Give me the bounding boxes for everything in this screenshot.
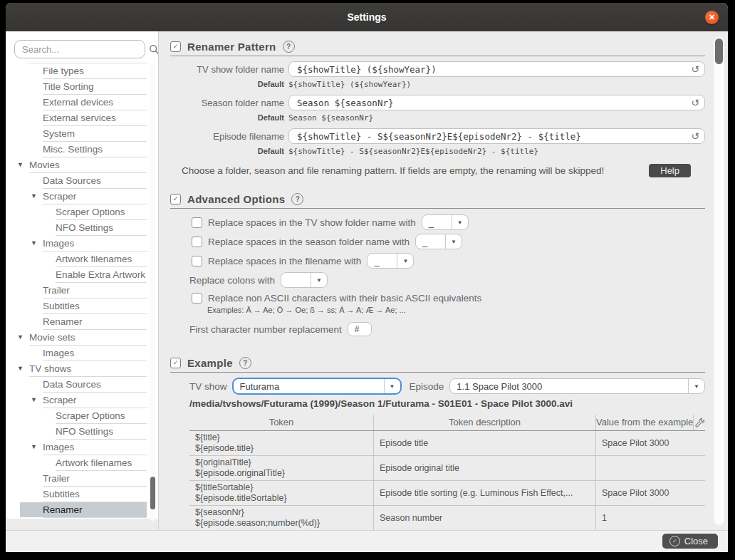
main-scrollbar[interactable] — [714, 37, 724, 525]
sidebar-item-title-sorting[interactable]: Title Sorting — [43, 79, 147, 95]
sidebar-item-scraper[interactable]: ▼Scraper — [43, 393, 147, 408]
section-collapse-checkbox-icon[interactable]: ✓ — [170, 41, 181, 52]
season-folder-name-field[interactable]: ↺ — [288, 95, 705, 110]
sidebar-item-nfo-settings[interactable]: NFO Settings — [56, 220, 147, 236]
check-circle-icon: ✓ — [669, 536, 680, 546]
chevron-down-icon[interactable]: ▼ — [688, 379, 704, 393]
reset-to-default-icon[interactable]: ↺ — [691, 130, 699, 142]
main-scrollbar-thumb[interactable] — [715, 38, 723, 64]
sidebar-item-subtitles[interactable]: Subtitles — [43, 487, 147, 502]
sidebar-item-renamer[interactable]: Renamer — [43, 314, 147, 330]
chevron-down-icon[interactable]: ▼ — [452, 215, 468, 229]
sidebar-scrollbar[interactable] — [150, 64, 156, 521]
season-space-replacement-dropdown[interactable]: _ ▼ — [415, 234, 462, 249]
sidebar-item-movie-sets[interactable]: ▼Movie sets — [29, 330, 147, 346]
help-question-icon[interactable]: ? — [291, 193, 303, 205]
replace-spaces-filename-checkbox[interactable] — [192, 256, 202, 266]
sidebar-item-subtitles[interactable]: Subtitles — [43, 299, 147, 314]
sidebar-item-tv-shows[interactable]: ▼TV shows — [29, 361, 147, 377]
advanced-options-header: ✓ Advanced Options ? — [170, 193, 705, 209]
first-character-input[interactable] — [348, 322, 372, 336]
token-table-row: ${title}${episode.title}Episode titleSpa… — [189, 431, 705, 456]
section-collapse-checkbox-icon[interactable]: ✓ — [170, 194, 181, 204]
chevron-down-icon[interactable]: ▼ — [384, 379, 400, 393]
sidebar-item-label: Misc. Settings — [43, 144, 103, 155]
tvshow-folder-name-input[interactable] — [296, 63, 684, 76]
sidebar-item-artwork-filenames[interactable]: Artwork filenames — [56, 455, 147, 471]
help-question-icon[interactable]: ? — [283, 41, 295, 53]
sidebar-item-label: Images — [43, 238, 74, 249]
sidebar-search-field[interactable] — [14, 40, 145, 58]
sidebar-item-label: NFO Settings — [56, 426, 113, 437]
sidebar-item-data-sources[interactable]: Data Sources — [43, 173, 147, 189]
replace-spaces-filename-row: Replace spaces in the filename with _ ▼ — [192, 253, 705, 269]
help-question-icon[interactable]: ? — [239, 357, 251, 369]
sidebar-item-images[interactable]: Images — [43, 346, 147, 361]
checkbox-label: Replace spaces in the filename with — [208, 256, 361, 266]
chevron-down-icon[interactable]: ▼ — [397, 254, 413, 268]
sidebar-item-external-services[interactable]: External services — [43, 110, 147, 126]
expanded-triangle-icon[interactable]: ▼ — [17, 361, 24, 376]
close-button[interactable]: ✓ Close — [662, 534, 718, 549]
close-window-button[interactable]: ✕ — [705, 11, 719, 24]
sidebar-item-label: Trailer — [43, 285, 70, 296]
column-header-description[interactable]: Token description — [374, 415, 596, 430]
expanded-triangle-icon[interactable]: ▼ — [17, 157, 24, 172]
sidebar-item-scraper-options[interactable]: Scraper Options — [56, 408, 147, 424]
value-cell — [596, 456, 694, 480]
window-title: Settings — [347, 11, 386, 23]
expanded-triangle-icon[interactable]: ▼ — [17, 330, 24, 345]
episode-filename-input[interactable] — [296, 130, 684, 142]
sidebar-item-misc-settings[interactable]: Misc. Settings — [43, 142, 147, 157]
renamer-pattern-header: ✓ Renamer Pattern ? — [170, 41, 705, 56]
table-settings-wrench-icon[interactable] — [694, 415, 705, 430]
sidebar-scrollbar-thumb[interactable] — [150, 477, 155, 509]
sidebar-item-file-types[interactable]: File types — [43, 63, 147, 79]
tvshow-select[interactable]: Futurama ▼ — [233, 378, 401, 394]
expanded-triangle-icon[interactable]: ▼ — [31, 393, 37, 408]
replace-non-ascii-checkbox[interactable] — [192, 293, 202, 304]
sidebar-item-nfo-settings[interactable]: NFO Settings — [56, 424, 147, 440]
episode-filename-field[interactable]: ↺ — [288, 128, 705, 144]
sidebar-item-enable-extra-artwork[interactable]: Enable Extra Artwork — [56, 267, 147, 283]
sidebar-item-renamer[interactable]: Renamer — [43, 502, 147, 518]
sidebar-item-artwork-filenames[interactable]: Artwork filenames — [56, 252, 147, 267]
reset-to-default-icon[interactable]: ↺ — [691, 63, 699, 75]
description-cell: Episode original title — [374, 456, 596, 480]
filename-space-replacement-dropdown[interactable]: _ ▼ — [367, 253, 414, 269]
help-button[interactable]: Help — [649, 164, 691, 177]
sidebar-item-label: Movies — [29, 160, 60, 170]
season-folder-name-input[interactable] — [296, 97, 684, 109]
renamer-hint-text: Choose a folder, season and file renamin… — [182, 165, 604, 176]
description-cell: Episode title — [374, 431, 596, 455]
episode-label: Episode — [410, 381, 444, 392]
expanded-triangle-icon[interactable]: ▼ — [31, 189, 37, 204]
reset-to-default-icon[interactable]: ↺ — [691, 97, 699, 108]
renamer-hint-row: Choose a folder, season and file renamin… — [182, 164, 705, 177]
section-collapse-checkbox-icon[interactable]: ✓ — [170, 358, 181, 368]
episode-select[interactable]: 1.1 Space Pilot 3000 ▼ — [449, 378, 705, 394]
chevron-down-icon[interactable]: ▼ — [445, 234, 462, 249]
chevron-down-icon[interactable]: ▼ — [311, 273, 327, 287]
sidebar-item-data-sources[interactable]: Data Sources — [43, 377, 147, 393]
sidebar-item-trailer[interactable]: Trailer — [43, 283, 147, 299]
sidebar-item-movies[interactable]: ▼Movies — [29, 157, 147, 173]
sidebar-item-system[interactable]: System — [43, 126, 147, 142]
replace-spaces-tvshow-checkbox[interactable] — [192, 217, 202, 228]
sidebar-item-images[interactable]: ▼Images — [43, 440, 147, 455]
sidebar-item-external-devices[interactable]: External devices — [43, 95, 147, 110]
column-header-token[interactable]: Token — [189, 415, 374, 430]
tvshow-folder-name-field[interactable]: ↺ — [288, 61, 705, 77]
replace-spaces-season-checkbox[interactable] — [192, 237, 202, 247]
colon-replacement-dropdown[interactable]: ▼ — [281, 272, 328, 288]
sidebar-item-images[interactable]: ▼Images — [43, 236, 147, 252]
tvshow-folder-name-row: TV show folder name ↺ — [170, 61, 705, 77]
sidebar-item-trailer[interactable]: Trailer — [43, 471, 147, 487]
tvshow-space-replacement-dropdown[interactable]: _ ▼ — [422, 214, 469, 230]
sidebar-item-scraper[interactable]: ▼Scraper — [43, 189, 147, 204]
expanded-triangle-icon[interactable]: ▼ — [31, 440, 37, 455]
column-header-value[interactable]: Value from the example — [596, 415, 694, 430]
expanded-triangle-icon[interactable]: ▼ — [31, 236, 37, 251]
search-input[interactable] — [21, 43, 149, 56]
sidebar-item-scraper-options[interactable]: Scraper Options — [56, 204, 147, 220]
